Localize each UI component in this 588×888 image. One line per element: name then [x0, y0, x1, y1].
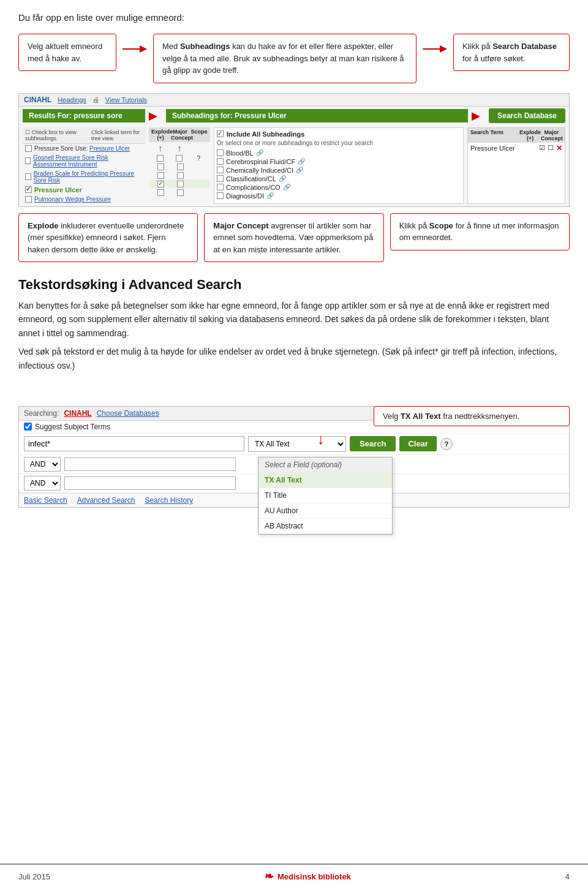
right-term-panel: Search Term Explode (+) Major Concept Pr… — [467, 127, 565, 204]
and-select-0[interactable]: AND OR NOT — [24, 457, 61, 472]
cinahl-bar-link2[interactable]: View Tutorials — [105, 96, 147, 103]
major-arrow-icon: ↑ — [170, 143, 188, 153]
search-input[interactable] — [24, 436, 244, 451]
major-cell-1 — [171, 163, 189, 170]
cinahl-bar-icon: 🖨 — [92, 96, 99, 103]
advanced-section-body: Kan benyttes for å søke på betegnelser s… — [18, 299, 570, 372]
list-header-text1: ☐ Check box to view subheadings. — [25, 129, 85, 141]
field-select[interactable]: TX All Text TI Title AU Author AB Abstra… — [248, 436, 346, 452]
callout-velg: Velg aktuelt emneord med å hake av. — [18, 34, 116, 71]
advanced-para1: Kan benyttes for å søke på betegnelser s… — [18, 299, 570, 340]
results-header-row: Results For: pressure sore ▶ Subheadings… — [19, 107, 569, 125]
adv-db-name[interactable]: CINAHL — [64, 409, 91, 418]
major-check-2[interactable] — [177, 172, 184, 179]
search-database-button[interactable]: Search Database — [489, 108, 565, 123]
checkbox-5[interactable] — [25, 196, 32, 203]
callout-search-db-prefix: Klikk på — [462, 42, 492, 51]
help-button[interactable]: ? — [440, 438, 453, 450]
sh-label-5: Diagnosis/DI — [226, 192, 264, 200]
sh-check-4[interactable] — [217, 184, 224, 190]
list-item: Pulmonary Wedge Pressure — [23, 195, 145, 204]
callout-subheadings-prefix: Med — [162, 42, 180, 51]
left-list-panel: ☐ Check box to view subheadings. Click l… — [23, 127, 145, 204]
checkbox-1[interactable] — [25, 145, 32, 152]
list-item-text-4[interactable]: Pulmonary Wedge Pressure — [34, 196, 111, 203]
dd-item-au[interactable]: AU Author — [258, 503, 392, 519]
major-check-4[interactable] — [177, 189, 184, 196]
explode-check-0[interactable] — [157, 155, 164, 162]
remove-term-button[interactable]: ✕ — [556, 144, 562, 152]
sh-link-3[interactable]: 🔗 — [279, 175, 286, 182]
col-row-4 — [149, 188, 210, 197]
major-cell-2 — [171, 171, 189, 179]
tx-callout-text: fra nedtrekksmenyen. — [441, 412, 520, 421]
suggest-checkbox[interactable] — [24, 423, 32, 431]
include-all-row: Include All Subheadings — [217, 130, 461, 138]
explode-check-2[interactable] — [157, 172, 164, 179]
and-select-1[interactable]: AND OR NOT — [24, 476, 61, 491]
sh-check-2[interactable] — [217, 167, 224, 173]
and-input-0[interactable] — [64, 457, 236, 471]
dd-item-ab[interactable]: AB Abstract — [258, 519, 392, 534]
tab-search-history[interactable]: Search History — [145, 496, 193, 505]
search-button[interactable]: Search — [350, 436, 396, 451]
major-cell-s — [171, 180, 189, 187]
col-major-header: Major Concept — [171, 129, 189, 141]
checkbox-3[interactable] — [25, 173, 31, 180]
major-check-s[interactable] — [177, 181, 184, 187]
clear-button[interactable]: Clear — [399, 436, 437, 451]
arrow-middle-to-right — [423, 34, 447, 58]
sh-link-5[interactable]: 🔗 — [266, 192, 274, 199]
footer-center-text: Medisinsk bibliotek — [277, 872, 351, 881]
list-item-text-2[interactable]: Braden Scale for Predicting Pressure Sor… — [34, 170, 143, 184]
sh-check-5[interactable] — [217, 192, 224, 199]
dropdown-list: Select a Field (optional) TX All Text TI… — [258, 457, 393, 535]
sh-check-1[interactable] — [217, 158, 224, 165]
explode-check-4[interactable] — [157, 189, 164, 196]
list-item-text-1[interactable]: Gosnell Pressure Sore Risk Assessment In… — [33, 154, 143, 168]
callout-search-db-bold: Search Database — [492, 42, 557, 51]
adv-search-row: TX All Text TI Title AU Author AB Abstra… — [19, 434, 569, 455]
sh-check-3[interactable] — [217, 175, 224, 182]
sh-link-1[interactable]: 🔗 — [298, 158, 305, 165]
adv-searching-label: Searching: — [24, 409, 59, 418]
term-explode-val: ☑ — [539, 144, 545, 152]
include-all-label: Include All Subheadings — [227, 130, 304, 138]
dd-item-tx[interactable]: TX All Text — [258, 473, 392, 488]
sh-item-0: Blood/BL🔗 — [217, 149, 461, 157]
checkbox-4[interactable] — [25, 186, 32, 193]
list-item: Gosnell Pressure Sore Risk Assessment In… — [23, 153, 145, 169]
callout-explode-bold: Explode — [28, 221, 59, 230]
col-row-2 — [149, 171, 210, 179]
sh-link-4[interactable]: 🔗 — [283, 184, 290, 190]
callout-major: Major Concept avgrenser til artikler som… — [204, 213, 383, 263]
major-check-0[interactable] — [176, 155, 183, 162]
term-header-term: Search Term — [470, 129, 519, 141]
page-footer: Juli 2015 ❧ Medisinsk bibliotek 4 — [0, 864, 588, 888]
results-panel: Results For: pressure sore — [23, 109, 145, 122]
subheadings-panel: Subheadings for: Pressure Ulcer — [166, 109, 468, 122]
tab-advanced-search[interactable]: Advanced Search — [77, 496, 135, 505]
list-header: ☐ Check box to view subheadings. Click l… — [23, 127, 145, 144]
sh-check-0[interactable] — [217, 149, 224, 156]
list-item-text-3: Pressure Ulcer — [34, 186, 82, 194]
cinahl-logo: CINAHL — [24, 96, 51, 104]
explode-check-s[interactable] — [157, 181, 164, 187]
tab-basic-search[interactable]: Basic Search — [24, 496, 67, 505]
include-all-check[interactable] — [217, 130, 224, 137]
term-value: Pressure Ulcer — [470, 145, 537, 152]
col-scope-header: Scope — [190, 129, 208, 141]
dd-item-ti[interactable]: TI Title — [258, 488, 392, 503]
bottom-callouts: Explode inkluderer eventuelle underordne… — [18, 213, 570, 263]
dd-item-placeholder[interactable]: Select a Field (optional) — [258, 457, 392, 473]
major-check-1[interactable] — [177, 164, 184, 170]
col-row-1 — [149, 162, 210, 171]
sh-link-2[interactable]: 🔗 — [296, 167, 303, 173]
checkbox-2[interactable] — [25, 157, 31, 164]
sh-item-5: Diagnosis/DI🔗 — [217, 192, 461, 200]
sh-link-0[interactable]: 🔗 — [256, 149, 263, 156]
cinahl-bar-link1[interactable]: Headings — [58, 96, 86, 103]
explode-check-1[interactable] — [157, 164, 164, 170]
adv-choose-db-link[interactable]: Choose Databases — [97, 409, 159, 418]
and-input-1[interactable] — [64, 476, 236, 490]
